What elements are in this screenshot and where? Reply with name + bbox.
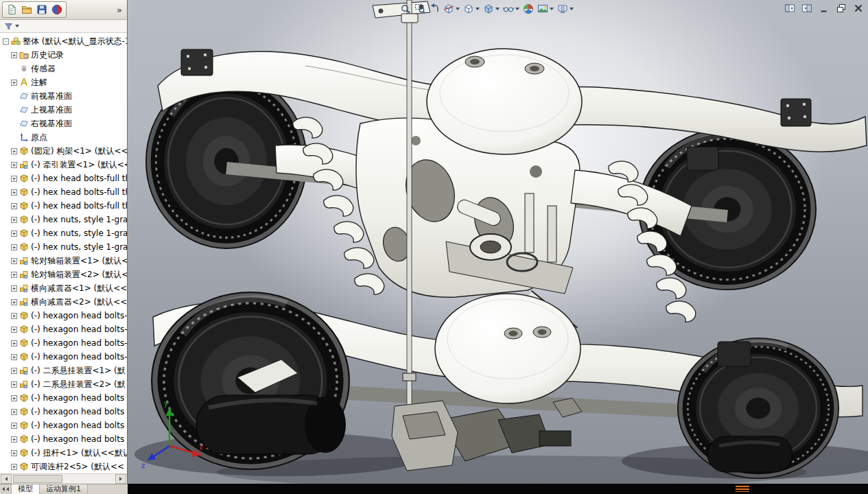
tree-item[interactable]: -整体 (默认<默认_显示状态-1 bbox=[0, 34, 127, 48]
toolbar-expand-chevron[interactable]: » bbox=[114, 5, 125, 15]
tree-item[interactable]: +(-) hexagon head bolts- bbox=[0, 309, 127, 322]
section-view-button[interactable] bbox=[443, 3, 460, 15]
tree-item[interactable]: 右视基准面 bbox=[0, 117, 127, 130]
tree-expander[interactable]: + bbox=[11, 395, 17, 401]
tree-expander[interactable]: + bbox=[11, 327, 17, 333]
tree-expander[interactable]: + bbox=[11, 162, 17, 168]
tree-item[interactable]: +(-) hexagon head bolts- bbox=[0, 336, 127, 350]
bogie-assembly-model[interactable]: x y z bbox=[128, 0, 868, 484]
tree-item[interactable]: +(-) hexagon head bolts bbox=[0, 419, 127, 432]
tree-expander[interactable]: + bbox=[11, 217, 17, 223]
scroll-right-button[interactable] bbox=[115, 474, 126, 484]
tree-expander[interactable]: + bbox=[11, 436, 17, 443]
edit-appearance-button[interactable] bbox=[522, 3, 535, 15]
tree-expander[interactable]: + bbox=[11, 285, 17, 292]
tree-expander[interactable]: + bbox=[11, 464, 17, 470]
help-button[interactable] bbox=[50, 3, 64, 16]
tree-expander[interactable]: + bbox=[11, 313, 17, 319]
tree-item[interactable]: +(-) hex head bolts-full th bbox=[0, 199, 127, 213]
tree-item[interactable]: +横向减震器<2> (默认<< bbox=[0, 295, 127, 309]
tab-model[interactable]: 模型 bbox=[12, 484, 40, 494]
new-document-button[interactable] bbox=[5, 3, 19, 16]
tree-item[interactable]: +(-) hex head bolts-full th bbox=[0, 172, 127, 185]
feature-manager-panel: » -整体 (默认<默认_显示状态-1+历史记录传感器+注解前视基准面上视基准面… bbox=[0, 0, 128, 484]
view-settings-dropdown-icon[interactable] bbox=[570, 8, 574, 10]
tree-item[interactable]: +(-) hex nuts, style 1-gra bbox=[0, 213, 127, 226]
tree-item[interactable]: +(-) hexagon head bolts- bbox=[0, 350, 127, 364]
close-button[interactable] bbox=[852, 3, 865, 14]
tree-expander[interactable]: + bbox=[11, 354, 17, 360]
tree-item[interactable]: +可调连杆2<5> (默认<< bbox=[0, 460, 127, 473]
display-style-button[interactable] bbox=[482, 3, 500, 15]
tree-item[interactable]: +(-) 二系悬挂装置<2> (默 bbox=[0, 377, 127, 391]
scroll-left-button[interactable] bbox=[1, 474, 12, 484]
tree-expander[interactable]: + bbox=[11, 450, 17, 456]
air-spring-front[interactable] bbox=[435, 294, 580, 403]
tree-item[interactable]: 传感器 bbox=[0, 62, 127, 75]
tree-item[interactable]: +(固定) 构架<1> (默认<< bbox=[0, 144, 127, 158]
zoom-area-button[interactable] bbox=[414, 3, 426, 15]
tree-item[interactable]: 上视基准面 bbox=[0, 103, 127, 117]
tree-item[interactable]: +轮对轴箱装置<1> (默认< bbox=[0, 254, 127, 268]
hide-show-items-button[interactable] bbox=[502, 3, 520, 15]
save-button[interactable] bbox=[35, 3, 49, 16]
minimize-button[interactable] bbox=[818, 3, 830, 14]
open-document-button[interactable] bbox=[20, 3, 34, 16]
collapse-pane-button[interactable] bbox=[784, 3, 796, 14]
tree-item[interactable]: +(-) hexagon head bolts bbox=[0, 391, 127, 405]
tree-expander[interactable]: + bbox=[11, 423, 17, 429]
tree-item[interactable]: +轮对轴箱装置<2> (默认< bbox=[0, 268, 127, 281]
tree-expander[interactable]: + bbox=[11, 340, 17, 346]
apply-scene-button[interactable] bbox=[537, 3, 554, 15]
tree-item[interactable]: +历史记录 bbox=[0, 48, 127, 62]
air-spring-rear[interactable] bbox=[427, 49, 582, 154]
tree-item[interactable]: +(-) hex nuts, style 1-gra bbox=[0, 226, 127, 240]
tree-item[interactable]: +(-) 扭杆<1> (默认<<默认 bbox=[0, 446, 127, 460]
tree-expander[interactable]: + bbox=[11, 189, 17, 196]
graphics-viewport[interactable]: x y z bbox=[128, 0, 868, 484]
tree-item[interactable]: +(-) hexagon head bolts- bbox=[0, 322, 127, 336]
tree-item[interactable]: +(-) hexagon head bolts bbox=[0, 432, 127, 446]
tree-expander[interactable]: + bbox=[11, 409, 17, 415]
tree-item[interactable]: +横向减震器<1> (默认<< bbox=[0, 281, 127, 295]
tree-expander[interactable]: + bbox=[11, 272, 17, 278]
tree-expander[interactable]: + bbox=[11, 203, 17, 209]
previous-view-button[interactable] bbox=[428, 3, 441, 15]
tree-item[interactable]: 原点 bbox=[0, 130, 127, 144]
view-orientation-button[interactable] bbox=[462, 3, 480, 15]
tree-item[interactable]: +(-) 二系悬挂装置<1> (默 bbox=[0, 364, 127, 377]
tab-motion-study[interactable]: 运动算例1 bbox=[40, 484, 88, 494]
tree-expander[interactable]: + bbox=[11, 52, 17, 58]
tree-item[interactable]: +注解 bbox=[0, 75, 127, 89]
restore-button[interactable] bbox=[835, 3, 847, 14]
tree-expander[interactable]: + bbox=[11, 381, 17, 388]
zoom-fit-button[interactable] bbox=[399, 3, 412, 15]
tree-item[interactable]: +(-) hex head bolts-full th bbox=[0, 185, 127, 199]
tree-horizontal-scrollbar[interactable] bbox=[0, 473, 127, 484]
filter-button[interactable] bbox=[3, 21, 14, 32]
tree-expander[interactable]: + bbox=[11, 299, 17, 305]
tree-expander[interactable]: + bbox=[11, 148, 17, 154]
tab-scroll-buttons[interactable] bbox=[0, 484, 12, 494]
tree-item[interactable]: +(-) hex nuts, style 1-gra bbox=[0, 240, 127, 254]
tree-item[interactable]: +(-) hexagon head bolts bbox=[0, 405, 127, 419]
section-view-dropdown-icon[interactable] bbox=[456, 8, 460, 10]
display-style-dropdown-icon[interactable] bbox=[495, 8, 500, 10]
tree-expander[interactable]: + bbox=[11, 176, 17, 182]
tree-expander[interactable]: + bbox=[11, 368, 17, 374]
tree-expander[interactable]: + bbox=[11, 231, 17, 237]
filter-dropdown-icon[interactable] bbox=[15, 25, 19, 27]
expand-pane-button[interactable] bbox=[801, 3, 813, 14]
scrollbar-thumb[interactable] bbox=[13, 475, 62, 483]
hide-show-items-dropdown-icon[interactable] bbox=[515, 8, 519, 10]
tree-item[interactable]: +(-) 牵引装置<1> (默认<< bbox=[0, 158, 127, 172]
tree-expander[interactable]: + bbox=[11, 244, 17, 250]
apply-scene-dropdown-icon[interactable] bbox=[550, 8, 554, 10]
view-orientation-dropdown-icon[interactable] bbox=[476, 8, 480, 10]
view-settings-button[interactable] bbox=[556, 3, 574, 15]
tree-expander[interactable]: + bbox=[11, 258, 17, 264]
tree-expander[interactable]: - bbox=[3, 38, 9, 45]
tree-item[interactable]: 前视基准面 bbox=[0, 89, 127, 103]
brake-unit-right[interactable] bbox=[707, 436, 793, 472]
tree-expander[interactable]: + bbox=[11, 80, 17, 86]
